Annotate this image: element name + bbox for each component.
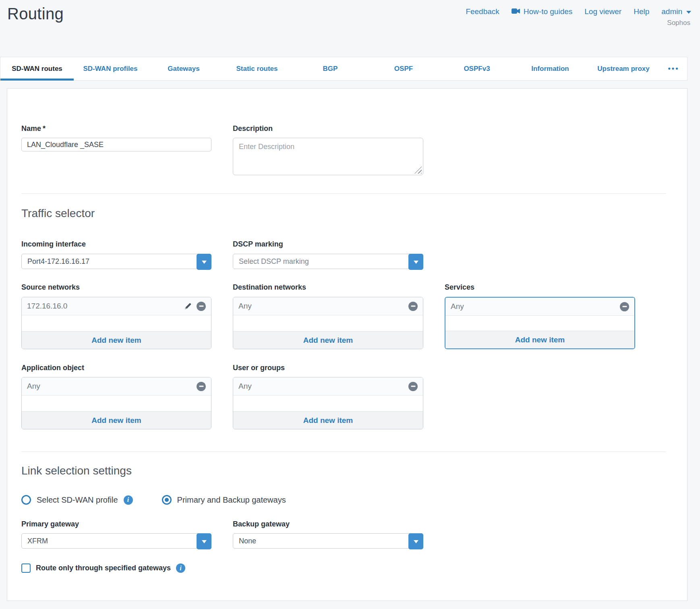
services-label: Services bbox=[445, 283, 635, 292]
tab-ospf[interactable]: OSPF bbox=[367, 57, 440, 80]
tab-gateways[interactable]: Gateways bbox=[147, 57, 220, 80]
dropdown-arrow-icon[interactable] bbox=[408, 533, 423, 549]
radio-select-sdwan-profile[interactable] bbox=[21, 495, 31, 505]
dropdown-arrow-icon[interactable] bbox=[197, 254, 211, 270]
edit-icon[interactable] bbox=[184, 302, 193, 311]
video-camera-icon bbox=[512, 7, 520, 16]
backup-gateway-select[interactable]: None bbox=[233, 533, 423, 549]
add-new-item-button[interactable]: Add new item bbox=[22, 331, 211, 349]
page-header: Routing Feedback How-to guides Log viewe… bbox=[0, 0, 700, 57]
tab-static-routes[interactable]: Static routes bbox=[220, 57, 294, 80]
backup-gateway-label: Backup gateway bbox=[233, 520, 423, 528]
radio-label: Primary and Backup gateways bbox=[177, 495, 286, 505]
tab-sdwan-routes[interactable]: SD-WAN routes bbox=[0, 57, 74, 80]
top-nav: Feedback How-to guides Log viewer Help a… bbox=[466, 3, 691, 27]
how-to-guides-link[interactable]: How-to guides bbox=[512, 7, 572, 16]
list-item: Any bbox=[233, 297, 423, 315]
list-item: Any bbox=[22, 377, 211, 396]
remove-icon[interactable] bbox=[197, 302, 206, 311]
list-item: Any bbox=[233, 377, 423, 396]
dscp-marking-select[interactable]: Select DSCP marking bbox=[233, 254, 423, 269]
chevron-down-icon bbox=[686, 11, 691, 14]
feedback-link[interactable]: Feedback bbox=[466, 7, 499, 16]
description-textarea[interactable] bbox=[233, 138, 423, 175]
incoming-interface-select[interactable]: Port4-172.16.16.17 bbox=[21, 254, 211, 269]
page-title: Routing bbox=[7, 3, 64, 23]
radio-label: Select SD-WAN profile bbox=[37, 495, 118, 505]
destination-networks-label: Destination networks bbox=[233, 283, 423, 292]
name-label: Name* bbox=[21, 124, 211, 133]
route-only-checkbox[interactable] bbox=[21, 563, 31, 573]
section-divider bbox=[21, 193, 666, 194]
remove-icon[interactable] bbox=[408, 302, 418, 311]
link-selection-heading: Link selection settings bbox=[21, 464, 634, 477]
section-divider bbox=[21, 452, 666, 452]
primary-gateway-label: Primary gateway bbox=[21, 520, 211, 528]
tab-bgp[interactable]: BGP bbox=[294, 57, 367, 80]
required-mark: * bbox=[43, 124, 46, 133]
user-or-groups-panel: Any Add new item bbox=[233, 377, 423, 429]
add-new-item-button[interactable]: Add new item bbox=[233, 411, 423, 429]
tab-sdwan-profiles[interactable]: SD-WAN profiles bbox=[74, 57, 147, 80]
dropdown-arrow-icon[interactable] bbox=[408, 254, 423, 270]
sdwan-route-form-card: Name* Description Traffic selector Incom… bbox=[7, 88, 688, 601]
source-networks-panel: 172.16.16.0 Add new item bbox=[21, 297, 211, 349]
source-networks-label: Source networks bbox=[21, 283, 211, 292]
routing-tabbar: SD-WAN routes SD-WAN profiles Gateways S… bbox=[0, 57, 688, 81]
brand-label: Sophos bbox=[667, 19, 690, 27]
log-viewer-link[interactable]: Log viewer bbox=[584, 7, 621, 16]
dscp-marking-label: DSCP marking bbox=[233, 240, 423, 249]
more-tabs-button[interactable]: ••• bbox=[660, 57, 687, 80]
radio-primary-backup-gateways[interactable] bbox=[162, 495, 172, 505]
remove-icon[interactable] bbox=[197, 382, 206, 391]
user-or-groups-label: User or groups bbox=[233, 364, 423, 372]
incoming-interface-label: Incoming interface bbox=[21, 240, 211, 249]
primary-gateway-select[interactable]: XFRM bbox=[21, 533, 211, 549]
admin-menu[interactable]: admin bbox=[661, 7, 691, 16]
description-label: Description bbox=[233, 124, 423, 133]
add-new-item-button[interactable]: Add new item bbox=[233, 331, 423, 349]
tab-ospfv3[interactable]: OSPFv3 bbox=[440, 57, 514, 80]
dropdown-arrow-icon[interactable] bbox=[197, 533, 211, 549]
tab-information[interactable]: Information bbox=[514, 57, 587, 80]
info-icon[interactable]: i bbox=[176, 563, 185, 573]
list-item: 172.16.16.0 bbox=[22, 297, 211, 315]
add-new-item-button[interactable]: Add new item bbox=[445, 331, 634, 348]
info-icon[interactable]: i bbox=[124, 495, 133, 505]
application-object-panel: Any Add new item bbox=[21, 377, 211, 429]
list-item: Any bbox=[445, 298, 634, 316]
services-panel: Any Add new item bbox=[445, 297, 635, 349]
destination-networks-panel: Any Add new item bbox=[233, 297, 423, 349]
route-only-label: Route only through specified gateways bbox=[36, 564, 171, 572]
add-new-item-button[interactable]: Add new item bbox=[22, 411, 211, 429]
remove-icon[interactable] bbox=[408, 382, 418, 391]
name-input[interactable] bbox=[21, 138, 211, 151]
help-link[interactable]: Help bbox=[634, 7, 649, 16]
remove-icon[interactable] bbox=[620, 302, 629, 311]
application-object-label: Application object bbox=[21, 364, 211, 372]
tab-upstream-proxy[interactable]: Upstream proxy bbox=[587, 57, 660, 80]
traffic-selector-heading: Traffic selector bbox=[21, 207, 634, 220]
